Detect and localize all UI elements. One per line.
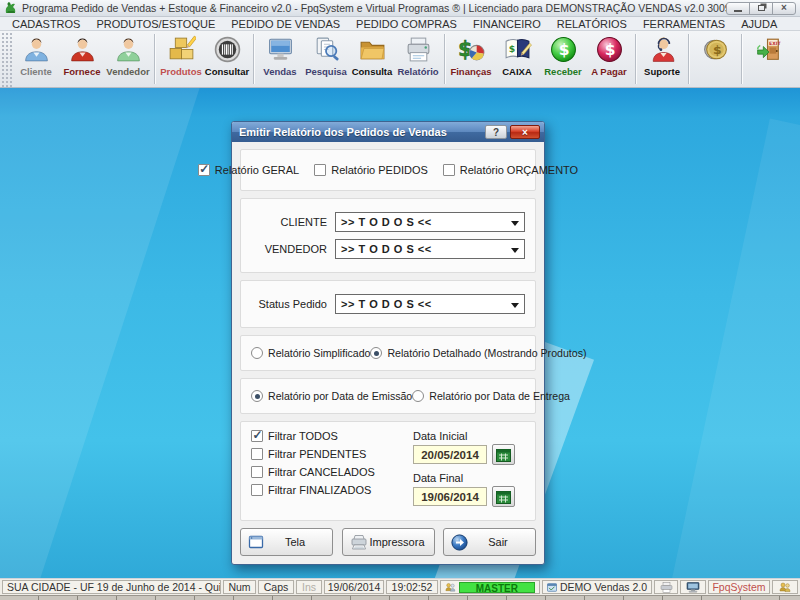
- checkbox-label: Relatório GERAL: [215, 164, 299, 176]
- toolbar-label: Suporte: [644, 66, 680, 77]
- dialog-help-button[interactable]: ?: [485, 125, 507, 139]
- app-logo-icon: [4, 1, 18, 15]
- menu-financeiro[interactable]: FINANCEIRO: [465, 17, 549, 31]
- dialog-button-row: Tela Impressora: [240, 528, 536, 556]
- checkbox-relatorio-orcamento[interactable]: Relatório ORÇAMENTO: [443, 164, 578, 176]
- data-inicial-calendar-button[interactable]: [492, 444, 515, 465]
- restore-button[interactable]: [749, 2, 773, 15]
- menu-cadastros[interactable]: CADASTROS: [4, 17, 88, 31]
- cliente-row: CLIENTE >> T O D O S <<: [251, 212, 525, 232]
- vendedor-dropdown[interactable]: >> T O D O S <<: [335, 239, 525, 259]
- menu-relatorios[interactable]: RELATÓRIOS: [549, 17, 635, 31]
- checkbox-filtrar-finalizados[interactable]: Filtrar FINALIZADOS: [251, 484, 375, 496]
- status-user: MASTER: [440, 580, 540, 594]
- checkbox-relatorio-geral[interactable]: Relatório GERAL: [198, 164, 299, 176]
- menu-ferramentas[interactable]: FERRAMENTAS: [635, 17, 733, 31]
- toolbar-gripper: [0, 31, 13, 87]
- toolbar-button-cliente[interactable]: Cliente: [13, 31, 59, 87]
- vendedor-dropdown-value: >> T O D O S <<: [341, 243, 432, 255]
- dialog-titlebar[interactable]: Emitir Relatório dos Pedidos de Vendas ?…: [232, 122, 544, 142]
- toolbar-button-fornece[interactable]: Fornece: [59, 31, 105, 87]
- toolbar-button-produtos[interactable]: Produtos: [158, 31, 204, 87]
- menu-ajuda[interactable]: AJUDA: [733, 17, 785, 31]
- green-coin-icon: $: [549, 35, 578, 64]
- menu-pedido-compras[interactable]: PEDIDO COMPRAS: [348, 17, 465, 31]
- toolbar-separator: [635, 34, 636, 84]
- radio-data-emissao[interactable]: Relatório por Data de Emissão: [251, 390, 412, 402]
- dialog-title: Emitir Relatório dos Pedidos de Vendas: [239, 126, 485, 138]
- window-title: Programa Pedido de Vendas + Estoque & Fi…: [22, 2, 727, 14]
- coin-icon: $: [701, 35, 730, 64]
- radio-label: Relatório Simplificado: [268, 347, 370, 359]
- toolbar-separator: [741, 34, 742, 84]
- status-num-lock: Num: [223, 580, 256, 594]
- radio-relatorio-detalhado[interactable]: Relatório Detalhado (Mostrando Produtos): [370, 347, 586, 359]
- minimize-button[interactable]: [726, 2, 750, 15]
- status-date: 19/06/2014: [324, 580, 384, 594]
- data-final-calendar-button[interactable]: [492, 486, 515, 507]
- checkbox-relatorio-pedidos[interactable]: Relatório PEDIDOS: [314, 164, 428, 176]
- toolbar-button-receber[interactable]: $ Receber: [540, 31, 586, 87]
- svg-text:EXIT: EXIT: [769, 41, 781, 46]
- cliente-dropdown-value: >> T O D O S <<: [341, 216, 432, 228]
- toolbar-button-financas[interactable]: $ Finanças: [448, 31, 494, 87]
- svg-text:$: $: [713, 42, 722, 57]
- close-button[interactable]: ×: [772, 2, 796, 15]
- window-titlebar: Programa Pedido de Vendas + Estoque & Fi…: [0, 0, 800, 17]
- dates-column: Data Inicial 20/05/2014 Dat: [413, 430, 525, 514]
- money-pie-icon: $: [457, 35, 486, 64]
- toolbar-button-pesquisa[interactable]: Pesquisa: [303, 31, 349, 87]
- toolbar-button-suporte[interactable]: Suporte: [639, 31, 685, 87]
- detail-mode-group: Relatório Simplificado Relatório Detalha…: [240, 335, 536, 371]
- tela-button-label: Tela: [265, 536, 325, 548]
- minimize-icon: [734, 10, 742, 12]
- toolbar: Cliente Fornece Vendedor: [0, 31, 800, 88]
- checkbox-icon: [251, 448, 263, 460]
- svg-text:$: $: [558, 41, 569, 59]
- data-inicial-row: 20/05/2014: [413, 444, 525, 465]
- toolbar-button-consultar[interactable]: Consultar: [204, 31, 250, 87]
- date-mode-group: Relatório por Data de Emissão Relatório …: [240, 378, 536, 414]
- status-pedido-dropdown[interactable]: >> T O D O S <<: [335, 294, 525, 314]
- tela-button[interactable]: Tela: [240, 528, 333, 556]
- status-app-version: DEMO Vendas 2.0: [542, 580, 652, 594]
- cliente-dropdown[interactable]: >> T O D O S <<: [335, 212, 525, 232]
- checkbox-filtrar-pendentes[interactable]: Filtrar PENDENTES: [251, 448, 375, 460]
- close-icon: ×: [781, 3, 787, 13]
- mdi-desktop: Emitir Relatório dos Pedidos de Vendas ?…: [0, 88, 800, 578]
- menu-produtos-estoque[interactable]: PRODUTOS/ESTOQUE: [88, 17, 223, 31]
- toolbar-button-relatorio[interactable]: Relatório: [395, 31, 441, 87]
- dialog-close-button[interactable]: ×: [510, 125, 540, 139]
- menu-pedido-de-vendas[interactable]: PEDIDO DE VENDAS: [223, 17, 348, 31]
- toolbar-button-consulta[interactable]: Consulta: [349, 31, 395, 87]
- toolbar-label: Pesquisa: [305, 66, 347, 77]
- wallpaper-beam: [653, 119, 800, 578]
- toolbar-button-caixa[interactable]: $ CAIXA: [494, 31, 540, 87]
- toolbar-button-sair-exit[interactable]: EXIT: [745, 31, 791, 87]
- checkbox-filtrar-cancelados[interactable]: Filtrar CANCELADOS: [251, 466, 375, 478]
- cliente-vendedor-group: CLIENTE >> T O D O S << VENDEDOR >> T O …: [240, 198, 536, 273]
- svg-text:$: $: [508, 43, 514, 54]
- toolbar-button-vendedor[interactable]: Vendedor: [105, 31, 151, 87]
- toolbar-separator: [253, 34, 254, 84]
- impressora-button-label: Impressora: [368, 536, 427, 548]
- status-user-badge: MASTER: [459, 582, 535, 593]
- boxes-icon: [167, 35, 196, 64]
- data-final-field[interactable]: 19/06/2014: [413, 487, 487, 506]
- calendar-icon: [496, 448, 511, 462]
- toolbar-separator: [154, 34, 155, 84]
- radio-relatorio-simplificado[interactable]: Relatório Simplificado: [251, 347, 370, 359]
- toolbar-button-a-pagar[interactable]: $ A Pagar: [586, 31, 632, 87]
- screen-icon: [248, 534, 265, 550]
- status-pedido-label: Status Pedido: [251, 298, 327, 310]
- impressora-button[interactable]: Impressora: [342, 528, 435, 556]
- toolbar-button-moeda[interactable]: $: [692, 31, 738, 87]
- sair-button[interactable]: Sair: [443, 528, 536, 556]
- data-inicial-field[interactable]: 20/05/2014: [413, 445, 487, 464]
- radio-data-entrega[interactable]: Relatório por Data de Entrega: [412, 390, 570, 402]
- report-dialog: Emitir Relatório dos Pedidos de Vendas ?…: [231, 121, 545, 565]
- checkbox-label: Relatório ORÇAMENTO: [460, 164, 578, 176]
- checkbox-filtrar-todos[interactable]: Filtrar TODOS: [251, 430, 375, 442]
- status-caps-lock: Caps: [258, 580, 294, 594]
- toolbar-button-vendas[interactable]: Vendas: [257, 31, 303, 87]
